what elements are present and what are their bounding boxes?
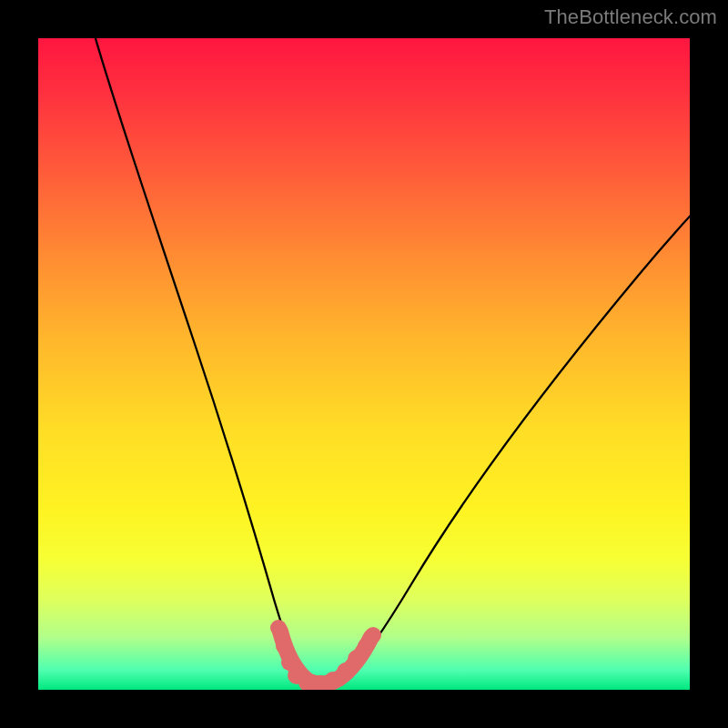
marker-band (270, 620, 381, 690)
watermark-text: TheBottleneck.com (544, 5, 717, 29)
chart-svg (38, 38, 690, 690)
plot-area (38, 38, 690, 690)
chart-frame: TheBottleneck.com (0, 0, 728, 728)
bottleneck-curve (93, 38, 690, 687)
